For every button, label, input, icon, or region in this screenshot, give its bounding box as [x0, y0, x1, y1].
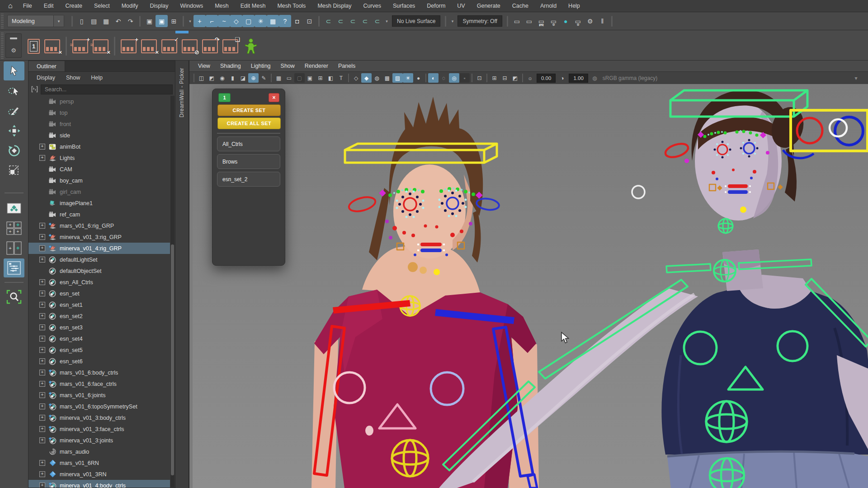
- viewport-menu-lighting[interactable]: Lighting: [246, 63, 276, 69]
- menu-file[interactable]: File: [17, 3, 38, 9]
- menu-edit-mesh[interactable]: Edit Mesh: [235, 3, 272, 9]
- menu-help[interactable]: Help: [562, 3, 586, 9]
- shelf-grip[interactable]: [1, 32, 4, 59]
- four-pane-layout[interactable]: +++: [4, 219, 24, 238]
- film-gate-icon[interactable]: ▭: [284, 73, 294, 83]
- outliner-item-mars-v01-6-toposymmetryset[interactable]: +mars_v01_6:topoSymmetrySet: [28, 401, 170, 412]
- snapshot-icon[interactable]: ◩: [510, 73, 520, 83]
- expand-plus-icon[interactable]: +: [39, 245, 45, 251]
- viewport-menu-renderer[interactable]: Renderer: [300, 63, 333, 69]
- expand-plus-icon[interactable]: +: [39, 155, 45, 161]
- shelf-tab-switcher[interactable]: ⚙: [5, 33, 22, 58]
- outliner-item-minerva-v01-3-face-ctrls[interactable]: +minerva_v01_3:face_ctrls: [28, 423, 170, 435]
- tab-outliner[interactable]: Outliner: [28, 61, 65, 71]
- outliner-item-esn-set3[interactable]: +esn_set3: [28, 322, 170, 333]
- render-sequence-icon[interactable]: ▭⚙: [572, 15, 584, 27]
- shelf-collapse-icon[interactable]: [10, 38, 17, 39]
- shelf-frame-single-icon[interactable]: 1: [28, 39, 40, 54]
- snap-projected-center-icon[interactable]: ⊂: [359, 15, 371, 27]
- isolate-select-icon[interactable]: ⊡: [474, 73, 485, 83]
- open-scene-icon[interactable]: ▤: [88, 15, 100, 27]
- outliner-item-defaultobjectset[interactable]: defaultObjectSet: [28, 265, 170, 277]
- outliner-item-girl-cam[interactable]: girl_cam: [28, 186, 170, 197]
- two-pane-layout[interactable]: +: [4, 239, 24, 258]
- render-view-icon[interactable]: ▭: [511, 15, 523, 27]
- expand-plus-icon[interactable]: +: [39, 392, 45, 398]
- exposure-value[interactable]: 0.00: [537, 74, 556, 83]
- resolution-gate-icon[interactable]: ▢: [294, 73, 305, 83]
- expand-plus-icon[interactable]: +: [39, 291, 45, 296]
- move-tool[interactable]: [4, 121, 24, 140]
- expand-plus-icon[interactable]: +: [39, 460, 45, 466]
- shelf-strip-export-icon[interactable]: ↷: [202, 39, 218, 53]
- lock-camera-icon[interactable]: ◩: [207, 73, 217, 83]
- viewport-menu-show[interactable]: Show: [276, 63, 300, 69]
- search-input[interactable]: [41, 84, 173, 94]
- checkered-icon[interactable]: ▨: [392, 73, 403, 83]
- menu-set-selector[interactable]: Modeling ▾: [7, 15, 64, 27]
- shelf-strip-disable-icon[interactable]: ⊘: [182, 39, 198, 53]
- picker-floating-panel[interactable]: 1 × CREATE SET CREATE ALL SET All_CtrlsB…: [212, 89, 285, 266]
- mask-rendering-icon[interactable]: ▦: [267, 15, 279, 27]
- menu-set-value[interactable]: Modeling: [7, 15, 54, 27]
- outliner-item-esn-set4[interactable]: +esn_set4: [28, 333, 170, 344]
- expand-plus-icon[interactable]: +: [39, 381, 45, 387]
- occlusion-icon[interactable]: ◐: [428, 73, 439, 83]
- anti-alias-icon[interactable]: ◎: [449, 73, 459, 83]
- safe-title-icon[interactable]: T: [336, 73, 346, 83]
- duplicate-view-icon[interactable]: ⊞: [489, 73, 500, 83]
- shelf-strip-delete-icon[interactable]: ×: [141, 39, 157, 53]
- lock-selection-icon[interactable]: ◘: [291, 15, 303, 27]
- lasso-tool[interactable]: [4, 81, 24, 100]
- outliner-item-esn-set2[interactable]: +esn_set2: [28, 310, 170, 322]
- lights-icon[interactable]: ☀: [403, 73, 413, 83]
- scrollbar-thumb[interactable]: [171, 244, 174, 475]
- menu-create[interactable]: Create: [59, 3, 88, 9]
- field-chart-icon[interactable]: ⊞: [315, 73, 326, 83]
- shelf-frame-delete-icon[interactable]: ×: [44, 39, 60, 53]
- image-plane-icon[interactable]: ◪: [238, 73, 248, 83]
- picker-set-esn-set-2[interactable]: esn_set_2: [217, 172, 280, 187]
- depth-peel-icon[interactable]: ▪: [459, 73, 470, 83]
- picker-set-all-ctrls[interactable]: All_Ctrls: [217, 136, 280, 151]
- select-component-icon[interactable]: ⊞: [168, 15, 180, 27]
- outliner-item-esn-set1[interactable]: +esn_set1: [28, 299, 170, 310]
- humanik-character-icon[interactable]: [244, 38, 258, 54]
- picker-set-brows[interactable]: Brows: [217, 154, 280, 169]
- viewport-menu-shading[interactable]: Shading: [215, 63, 246, 69]
- expand-plus-icon[interactable]: +: [39, 257, 45, 263]
- outliner-item-cam[interactable]: CAM: [28, 164, 170, 175]
- pause-viewport-icon[interactable]: ‖: [596, 15, 609, 27]
- picker-tab-1[interactable]: 1: [218, 93, 231, 102]
- expand-plus-icon[interactable]: +: [39, 415, 45, 421]
- expand-plus-icon[interactable]: +: [39, 279, 45, 285]
- mask-surfaces-icon[interactable]: ◇: [230, 15, 242, 27]
- gate-mask-icon[interactable]: ▣: [305, 73, 315, 83]
- outliner-item-minerva-v01-3-joints[interactable]: +minerva_v01_3:joints: [28, 435, 170, 446]
- mask-curves-icon[interactable]: ~: [218, 15, 230, 27]
- menu-edit[interactable]: Edit: [38, 3, 60, 9]
- outliner-item-persp[interactable]: persp: [28, 96, 170, 107]
- gear-icon[interactable]: ⚙: [11, 47, 16, 54]
- shaded-icon[interactable]: ◆: [361, 73, 372, 83]
- colorspace-dropdown-arrow[interactable]: ▾: [851, 73, 861, 83]
- camera-attributes-icon[interactable]: ◉: [217, 73, 227, 83]
- viewport-menu-view[interactable]: View: [193, 63, 215, 69]
- menu-select[interactable]: Select: [88, 3, 116, 9]
- snap-curve-icon[interactable]: ⊂: [335, 15, 347, 27]
- mask-dynamics-icon[interactable]: ✳: [255, 15, 267, 27]
- filter-icon[interactable]: [31, 85, 38, 93]
- outliner-item-defaultlightset[interactable]: +defaultLightSet: [28, 254, 170, 265]
- menu-modify[interactable]: Modify: [116, 3, 144, 9]
- outliner-item-esn-set[interactable]: +esn_set: [28, 288, 170, 299]
- menu-cache[interactable]: Cache: [506, 3, 534, 9]
- outliner-menu-help[interactable]: Help: [85, 75, 108, 81]
- highlight-selection-icon[interactable]: ⊡: [303, 15, 316, 27]
- expand-plus-icon[interactable]: +: [39, 223, 45, 229]
- outliner-item-side[interactable]: side: [28, 130, 170, 141]
- gamma-value[interactable]: 1.00: [569, 74, 588, 83]
- dreamwall-picker-strip[interactable]: DreamWall - Picker: [175, 61, 189, 488]
- outliner-item-esn-set5[interactable]: +esn_set5: [28, 344, 170, 356]
- ipr-render-icon[interactable]: ▭IPR: [535, 15, 547, 27]
- mask-misc-icon[interactable]: ?: [279, 15, 291, 27]
